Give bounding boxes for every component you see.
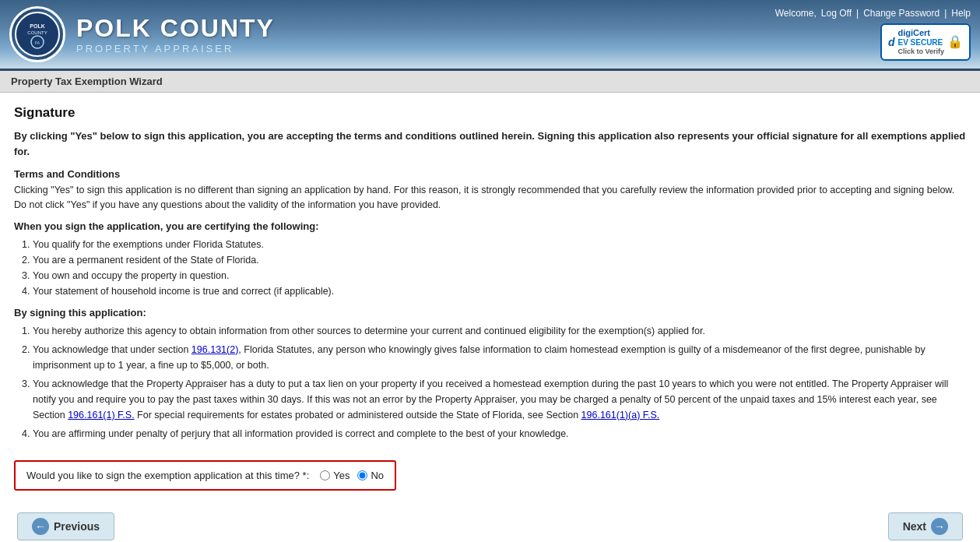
- separator2: |: [944, 8, 947, 19]
- previous-label: Previous: [54, 520, 100, 533]
- header-top-links: Welcome, Log Off | Change Password | Hel…: [775, 8, 971, 19]
- org-name-main: POLK COUNTY: [76, 14, 275, 43]
- section-title: Signature: [14, 105, 966, 121]
- link-196-161-1[interactable]: 196.161(1) F.S.: [68, 410, 134, 421]
- header-title: POLK COUNTY PROPERTY APPRAISER: [76, 14, 275, 55]
- nav-bar: ← Previous Next →: [14, 506, 966, 543]
- svg-text:PA: PA: [35, 40, 40, 45]
- list-item: You are affirming under penalty of perju…: [33, 426, 966, 442]
- link-196-131[interactable]: 196.131(2): [191, 344, 238, 355]
- svg-text:COUNTY: COUNTY: [27, 30, 47, 35]
- signing-heading: By signing this application:: [14, 307, 966, 319]
- header-right: Welcome, Log Off | Change Password | Hel…: [775, 8, 971, 61]
- next-arrow-icon: →: [931, 518, 948, 535]
- list-item: You own and occupy the property in quest…: [33, 268, 966, 283]
- digicert-logo-icon: d: [888, 36, 895, 48]
- list-item: You acknowledge that the Property Apprai…: [33, 376, 966, 423]
- svg-text:POLK: POLK: [30, 23, 44, 29]
- org-logo: POLK COUNTY PA: [9, 6, 65, 62]
- certify-heading: When you sign the application, you are c…: [14, 220, 966, 232]
- link-196-161-1a[interactable]: 196.161(1)(a) F.S.: [581, 410, 660, 421]
- change-password-link[interactable]: Change Password: [863, 8, 940, 19]
- header-left: POLK COUNTY PA POLK COUNTY PROPERTY APPR…: [9, 6, 275, 62]
- list-item: You hereby authorize this agency to obta…: [33, 323, 966, 339]
- yes-radio[interactable]: [320, 470, 330, 480]
- org-name-sub: PROPERTY APPRAISER: [76, 43, 275, 55]
- certify-section: When you sign the application, you are c…: [14, 220, 966, 299]
- list-item: Your statement of household income is tr…: [33, 283, 966, 299]
- certify-list: You qualify for the exemptions under Flo…: [33, 237, 966, 299]
- no-option[interactable]: No: [357, 470, 384, 481]
- no-radio[interactable]: [357, 470, 367, 480]
- sign-radio-group: Yes No: [320, 470, 384, 481]
- signing-section: By signing this application: You hereby …: [14, 307, 966, 442]
- next-button[interactable]: Next →: [888, 512, 963, 540]
- previous-arrow-icon: ←: [32, 518, 49, 535]
- yes-label[interactable]: Yes: [333, 470, 349, 481]
- lock-icon: 🔒: [947, 34, 963, 49]
- breadcrumb: Property Tax Exemption Wizard: [0, 71, 980, 93]
- sign-question-label: Would you like to sign the exemption app…: [26, 470, 309, 481]
- terms-heading: Terms and Conditions: [14, 168, 966, 180]
- sign-question-box: Would you like to sign the exemption app…: [14, 460, 396, 491]
- yes-option[interactable]: Yes: [320, 470, 349, 481]
- previous-button[interactable]: ← Previous: [17, 512, 114, 540]
- digicert-text: digiCert EV SECURE Click to Verify: [897, 28, 944, 56]
- main-content: Signature By clicking "Yes" below to sig…: [0, 93, 980, 542]
- header: POLK COUNTY PA POLK COUNTY PROPERTY APPR…: [0, 0, 980, 71]
- next-label: Next: [903, 520, 926, 533]
- terms-body: Clicking "Yes" to sign this application …: [14, 183, 966, 213]
- log-off-link[interactable]: Log Off: [821, 8, 852, 19]
- no-label[interactable]: No: [371, 470, 384, 481]
- separator1: |: [856, 8, 859, 19]
- terms-section: Terms and Conditions Clicking "Yes" to s…: [14, 168, 966, 213]
- intro-text: By clicking "Yes" below to sign this app…: [14, 128, 966, 159]
- list-item: You are a permanent resident of the Stat…: [33, 252, 966, 268]
- signing-list: You hereby authorize this agency to obta…: [33, 323, 966, 442]
- digicert-badge[interactable]: d digiCert EV SECURE Click to Verify 🔒: [880, 23, 971, 61]
- welcome-text: Welcome,: [775, 8, 817, 19]
- list-item: You qualify for the exemptions under Flo…: [33, 237, 966, 252]
- list-item: You acknowledge that under section 196.1…: [33, 342, 966, 373]
- help-link[interactable]: Help: [951, 8, 971, 19]
